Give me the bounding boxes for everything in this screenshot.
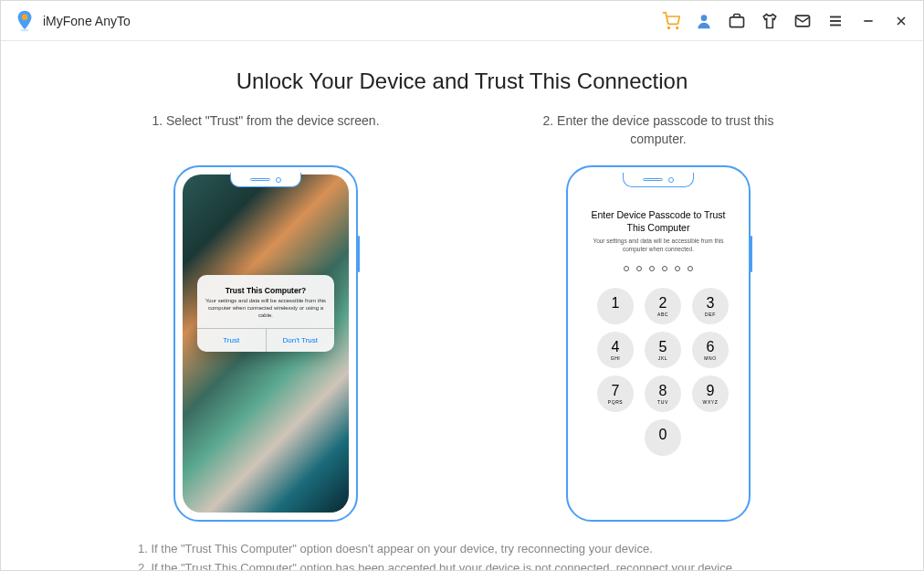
phone-mockup-2: Enter Device Passcode to Trust This Comp… <box>566 165 751 522</box>
minimize-icon[interactable] <box>859 12 877 30</box>
mail-icon[interactable] <box>793 12 812 30</box>
passcode-screen: Enter Device Passcode to Trust This Comp… <box>575 174 741 513</box>
app-title: iMyFone AnyTo <box>43 14 131 28</box>
passcode-subtitle: Your settings and data will be accessibl… <box>586 238 730 253</box>
app-logo-icon <box>14 9 36 33</box>
phone-screen-1: Trust This Computer? Your settings and d… <box>183 174 349 513</box>
key-0[interactable]: 0 <box>645 419 681 456</box>
phone-notch <box>623 173 694 187</box>
key-9[interactable]: 9WXYZ <box>692 375 729 412</box>
keypad: 1 2ABC 3DEF 4GHI 5JKL 6MNO 7PQRS 8TUV 9W… <box>586 288 730 456</box>
step-1-label: 1. Select "Trust" from the device screen… <box>124 112 407 149</box>
footer-note-1: 1. If the "Trust This Computer" option d… <box>138 540 786 559</box>
key-6[interactable]: 6MNO <box>692 332 729 368</box>
trust-button[interactable]: Trust <box>197 329 266 352</box>
key-2[interactable]: 2ABC <box>645 288 681 324</box>
key-4[interactable]: 4GHI <box>597 332 634 368</box>
key-8[interactable]: 8TUV <box>645 375 681 412</box>
footer-note-2: 2. If the "Trust This Computer" option h… <box>138 559 786 571</box>
key-7[interactable]: 7PQRS <box>597 375 634 412</box>
step-2: 2. Enter the device passcode to trust th… <box>517 112 800 522</box>
svg-point-1 <box>20 29 28 31</box>
svg-point-0 <box>22 14 28 20</box>
dont-trust-button[interactable]: Don't Trust <box>266 329 335 352</box>
key-1[interactable]: 1 <box>597 288 634 324</box>
phone-screen-2: Enter Device Passcode to Trust This Comp… <box>575 174 741 513</box>
page-title: Unlock Your Device and Trust This Connec… <box>37 69 887 94</box>
cart-icon[interactable] <box>662 12 680 30</box>
svg-point-2 <box>668 26 670 28</box>
briefcase-icon[interactable] <box>728 12 746 30</box>
main-content: Unlock Your Device and Trust This Connec… <box>1 41 923 571</box>
steps-row: 1. Select "Trust" from the device screen… <box>37 112 887 522</box>
step-1: 1. Select "Trust" from the device screen… <box>124 112 407 522</box>
key-5[interactable]: 5JKL <box>645 332 681 368</box>
passcode-dots <box>586 266 730 271</box>
svg-rect-5 <box>730 16 744 26</box>
phone-mockup-1: Trust This Computer? Your settings and d… <box>173 165 358 522</box>
trust-dialog: Trust This Computer? Your settings and d… <box>197 275 334 352</box>
close-icon[interactable] <box>892 12 910 30</box>
phone-notch <box>230 173 301 187</box>
shirt-icon[interactable] <box>761 12 779 30</box>
passcode-title: Enter Device Passcode to Trust This Comp… <box>586 209 730 234</box>
titlebar: iMyFone AnyTo <box>1 1 923 41</box>
svg-point-4 <box>701 15 708 21</box>
menu-icon[interactable] <box>826 12 845 30</box>
app-logo-wrap: iMyFone AnyTo <box>14 9 131 33</box>
step-2-label: 2. Enter the device passcode to trust th… <box>517 112 800 149</box>
user-icon[interactable] <box>695 12 713 30</box>
footer-notes: 1. If the "Trust This Computer" option d… <box>37 540 887 571</box>
titlebar-icons <box>662 12 910 30</box>
dialog-title: Trust This Computer? <box>205 286 327 295</box>
svg-point-3 <box>677 26 678 28</box>
key-3[interactable]: 3DEF <box>692 288 729 324</box>
dialog-text: Your settings and data will be accessibl… <box>205 298 327 319</box>
